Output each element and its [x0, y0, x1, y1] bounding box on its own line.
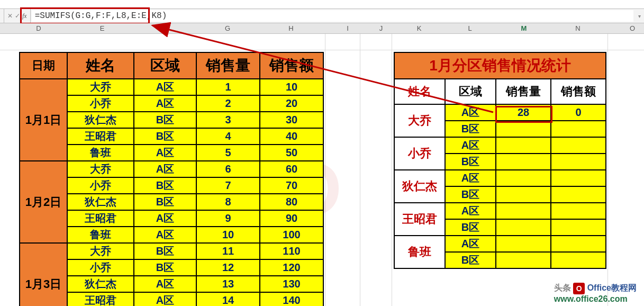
name-cell[interactable]: 大乔 — [67, 243, 134, 259]
area-cell[interactable]: A区 — [134, 276, 196, 292]
name-cell[interactable]: 狄仁杰 — [67, 276, 134, 292]
date-cell[interactable]: 1月3日 — [20, 243, 67, 306]
amt-cell[interactable]: 10 — [260, 79, 323, 95]
qty-cell[interactable]: 2 — [196, 95, 260, 112]
amt-cell[interactable] — [551, 219, 606, 236]
col-H[interactable]: H — [286, 24, 296, 32]
qty-cell[interactable]: 6 — [196, 161, 260, 177]
amt-cell[interactable]: 50 — [260, 145, 323, 161]
name-cell[interactable]: 狄仁杰 — [394, 170, 445, 203]
qty-cell[interactable] — [496, 121, 551, 137]
name-cell[interactable]: 小乔 — [67, 259, 134, 276]
name-cell[interactable]: 鲁班 — [394, 236, 445, 268]
col-L[interactable]: L — [465, 24, 475, 32]
name-cell[interactable]: 大乔 — [67, 79, 134, 95]
qty-cell[interactable]: 12 — [196, 259, 260, 276]
amt-cell[interactable] — [551, 203, 606, 219]
qty-cell[interactable]: 14 — [196, 292, 260, 306]
area-cell[interactable]: A区 — [134, 145, 196, 161]
amt-cell[interactable]: 90 — [260, 210, 323, 227]
amt-cell[interactable]: 20 — [260, 95, 323, 112]
qty-cell[interactable] — [496, 154, 551, 170]
area-cell[interactable]: B区 — [445, 219, 496, 236]
qty-cell[interactable]: 13 — [196, 276, 260, 292]
date-cell[interactable]: 1月1日 — [20, 79, 67, 161]
amt-cell[interactable]: 0 — [551, 104, 606, 121]
name-cell[interactable]: 小乔 — [67, 95, 134, 112]
amt-cell[interactable]: 80 — [260, 194, 323, 210]
col-E[interactable]: E — [97, 24, 107, 32]
area-cell[interactable]: A区 — [445, 104, 496, 121]
amt-cell[interactable] — [551, 121, 606, 137]
name-cell[interactable]: 小乔 — [67, 177, 134, 194]
qty-cell[interactable] — [496, 203, 551, 219]
name-cell[interactable]: 王昭君 — [67, 128, 134, 145]
name-cell[interactable]: 王昭君 — [67, 292, 134, 306]
qty-cell[interactable]: 5 — [196, 145, 260, 161]
qty-cell[interactable]: 28 — [496, 104, 551, 121]
amt-cell[interactable]: 130 — [260, 276, 323, 292]
area-cell[interactable]: A区 — [445, 236, 496, 252]
name-cell[interactable]: 王昭君 — [67, 210, 134, 227]
col-M[interactable]: M — [519, 24, 529, 32]
area-cell[interactable]: B区 — [134, 112, 196, 128]
area-cell[interactable]: A区 — [134, 79, 196, 95]
name-cell[interactable]: 大乔 — [394, 104, 445, 137]
amt-cell[interactable]: 40 — [260, 128, 323, 145]
amt-cell[interactable]: 60 — [260, 161, 323, 177]
name-cell[interactable]: 狄仁杰 — [67, 194, 134, 210]
qty-cell[interactable]: 4 — [196, 128, 260, 145]
name-cell[interactable]: 王昭君 — [394, 203, 445, 236]
name-cell[interactable]: 小乔 — [394, 137, 445, 170]
name-cell[interactable]: 大乔 — [67, 161, 134, 177]
col-F[interactable]: F — [160, 24, 170, 32]
area-cell[interactable]: B区 — [134, 177, 196, 194]
qty-cell[interactable] — [496, 170, 551, 186]
area-cell[interactable]: B区 — [445, 252, 496, 268]
formula-input[interactable]: =SUMIFS(G:G,F:F,L8,E:E,K8) — [32, 10, 633, 22]
qty-cell[interactable]: 7 — [196, 177, 260, 194]
qty-cell[interactable] — [496, 252, 551, 268]
area-cell[interactable]: A区 — [134, 161, 196, 177]
area-cell[interactable]: A区 — [134, 227, 196, 243]
area-cell[interactable]: B区 — [445, 186, 496, 203]
amt-cell[interactable] — [551, 252, 606, 268]
col-J[interactable]: J — [376, 24, 386, 32]
expand-formula-icon[interactable]: ▾ — [634, 13, 644, 19]
amt-cell[interactable]: 120 — [260, 259, 323, 276]
name-box[interactable] — [0, 9, 4, 23]
qty-cell[interactable]: 11 — [196, 243, 260, 259]
area-cell[interactable]: A区 — [134, 95, 196, 112]
amt-cell[interactable]: 100 — [260, 227, 323, 243]
name-cell[interactable]: 鲁班 — [67, 145, 134, 161]
col-G[interactable]: G — [222, 24, 233, 32]
area-cell[interactable]: B区 — [445, 121, 496, 137]
qty-cell[interactable]: 9 — [196, 210, 260, 227]
area-cell[interactable]: A区 — [445, 203, 496, 219]
cancel-icon[interactable]: ✕ — [7, 12, 13, 20]
area-cell[interactable]: A区 — [445, 170, 496, 186]
area-cell[interactable]: A区 — [445, 137, 496, 154]
accept-icon[interactable]: ✓ — [15, 12, 20, 20]
amt-cell[interactable]: 110 — [260, 243, 323, 259]
col-D[interactable]: D — [33, 24, 44, 32]
qty-cell[interactable] — [496, 137, 551, 154]
area-cell[interactable]: B区 — [445, 154, 496, 170]
amt-cell[interactable] — [551, 170, 606, 186]
col-I[interactable]: I — [342, 24, 353, 32]
area-cell[interactable]: A区 — [134, 292, 196, 306]
amt-cell[interactable] — [551, 236, 606, 252]
amt-cell[interactable] — [551, 154, 606, 170]
amt-cell[interactable] — [551, 137, 606, 154]
col-O[interactable]: O — [627, 24, 638, 32]
name-cell[interactable]: 狄仁杰 — [67, 112, 134, 128]
qty-cell[interactable]: 1 — [196, 79, 260, 95]
area-cell[interactable]: B区 — [134, 243, 196, 259]
qty-cell[interactable]: 8 — [196, 194, 260, 210]
area-cell[interactable]: A区 — [134, 210, 196, 227]
amt-cell[interactable]: 30 — [260, 112, 323, 128]
date-cell[interactable]: 1月2日 — [20, 161, 67, 243]
amt-cell[interactable]: 70 — [260, 177, 323, 194]
amt-cell[interactable]: 140 — [260, 292, 323, 306]
area-cell[interactable]: B区 — [134, 128, 196, 145]
